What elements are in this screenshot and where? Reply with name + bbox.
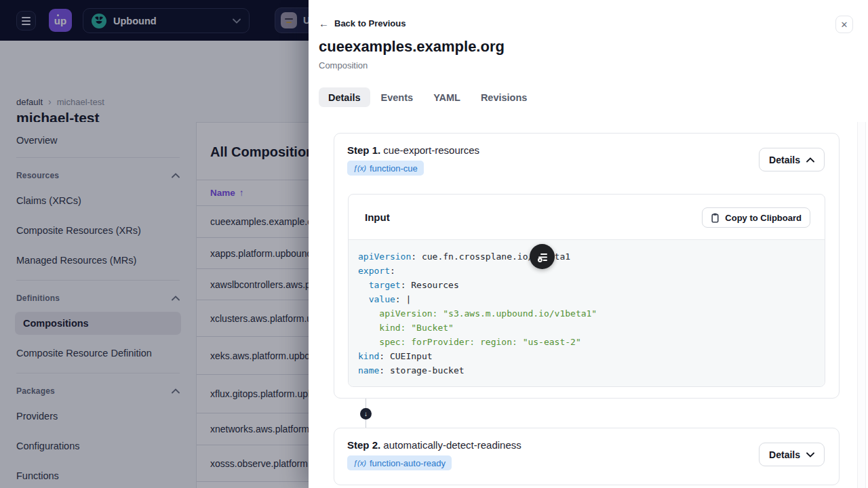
step-2-details-button[interactable]: Details bbox=[759, 443, 825, 466]
close-button[interactable]: ✕ bbox=[835, 16, 853, 33]
chevron-down-icon bbox=[806, 452, 814, 458]
panel-tabs: Details Events YAML Revisions bbox=[319, 87, 538, 107]
clipboard-icon bbox=[711, 213, 719, 223]
function-icon: ƒ(x) bbox=[353, 459, 366, 467]
step-1-title: Step 1. cue-export-resources bbox=[347, 144, 479, 156]
code-line: export: bbox=[358, 264, 825, 278]
step-2-title: Step 2. automatically-detect-readiness bbox=[347, 439, 521, 451]
feedback-widget-button[interactable] bbox=[530, 244, 555, 269]
panel-scrollbar[interactable] bbox=[857, 122, 866, 488]
code-line: kind: CUEInput bbox=[358, 349, 825, 363]
panel-title: cueexamples.example.org bbox=[319, 38, 505, 56]
step-1-card: Step 1. cue-export-resources ƒ(x) functi… bbox=[334, 133, 840, 399]
back-to-previous-link[interactable]: ← Back to Previous bbox=[319, 18, 406, 28]
function-cue-badge[interactable]: ƒ(x) function-cue bbox=[347, 161, 424, 176]
code-line: apiVersion: cue.fn.crossplane.io/v1beta1 bbox=[358, 249, 825, 264]
code-line: name: storage-bucket bbox=[358, 363, 825, 378]
function-icon: ƒ(x) bbox=[353, 164, 366, 172]
input-section-header: Input Copy to Clipboard bbox=[349, 195, 825, 240]
code-line: spec: forProvider: region: "us-east-2" bbox=[358, 335, 825, 349]
arrow-down-icon: ↓ bbox=[360, 408, 372, 420]
tab-details[interactable]: Details bbox=[319, 87, 370, 107]
code-line: apiVersion: "s3.aws.m.upbound.io/v1beta1… bbox=[358, 306, 825, 321]
step-2-card: Step 2. automatically-detect-readiness ƒ… bbox=[334, 428, 840, 485]
step-1-details-button[interactable]: Details bbox=[759, 148, 825, 171]
code-line: value: | bbox=[358, 292, 825, 306]
copy-to-clipboard-button[interactable]: Copy to Clipboard bbox=[702, 207, 810, 228]
code-block: apiVersion: cue.fn.crossplane.io/v1beta1… bbox=[349, 240, 825, 386]
function-auto-ready-badge[interactable]: ƒ(x) function-auto-ready bbox=[347, 455, 452, 470]
tab-events[interactable]: Events bbox=[372, 87, 423, 107]
back-arrow-icon: ← bbox=[319, 18, 329, 28]
chevron-up-icon bbox=[806, 157, 814, 163]
tab-revisions[interactable]: Revisions bbox=[471, 87, 537, 107]
tab-yaml[interactable]: YAML bbox=[424, 87, 470, 107]
panel-subtitle: Composition bbox=[319, 60, 368, 70]
code-line: target: Resources bbox=[358, 278, 825, 292]
app-window: up Upbound U default › michael-test mich… bbox=[0, 0, 868, 488]
code-line: kind: "Bucket" bbox=[358, 321, 825, 335]
composition-detail-panel: ← Back to Previous ✕ cueexamples.example… bbox=[309, 0, 868, 488]
feedback-form-icon bbox=[536, 250, 549, 264]
input-section: Input Copy to Clipboard apiVersion: cue.… bbox=[348, 194, 825, 387]
close-icon: ✕ bbox=[841, 20, 848, 30]
input-title: Input bbox=[365, 211, 390, 223]
